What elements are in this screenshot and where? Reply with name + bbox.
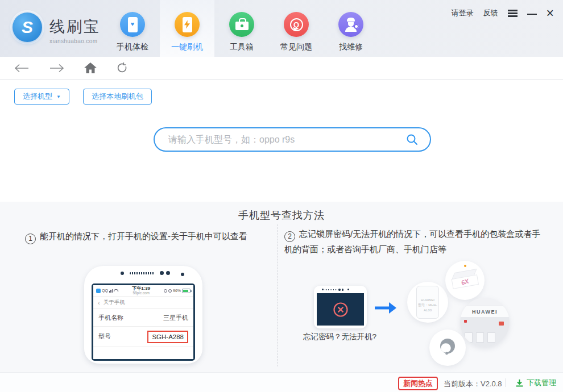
select-model-label: 选择机型 [23,91,52,102]
login-link[interactable]: 请登录 [452,8,474,18]
model-number-highlight: SGH-A288 [147,331,188,343]
tab-label: 工具箱 [230,42,254,52]
step-text: 忘记锁屏密码/无法开机的情况下，可以查看手机的包装盒或者手机的背面；或者咨询手机… [284,229,540,254]
settings-phone-illustration: QQ 下午1:39 58pic.com 96% [84,266,202,364]
back-button[interactable] [14,63,30,73]
row-label: 手机名称 [98,314,123,322]
box-dot [464,265,466,267]
tab-label: 手机体检 [117,42,148,52]
error-screen [317,293,364,326]
customer-service-photo [429,330,466,366]
phone-name-row: 手机名称 三星手机 [93,309,193,327]
camera-dot [121,272,124,275]
repairman-icon [338,12,363,37]
phone-back-card: HUAWEI 型号：MHA-AL00 [416,286,439,319]
step-number-badge: 2 [284,231,295,242]
sensor-dot [160,271,164,275]
step-number-badge: 1 [25,233,36,244]
tab-faq[interactable]: Q 常见问题 [269,0,324,57]
menu-icon[interactable] [508,10,518,17]
qq-label: QQ [102,289,108,293]
store-sign: HUAWEI [460,306,510,317]
model-search-box [154,127,431,152]
store-photo: HUAWEI [460,298,510,347]
news-hotspot-button[interactable]: 新闻热点 [398,377,438,390]
tab-find-repair[interactable]: 找维修 [324,0,378,57]
wifi-icon [114,289,118,292]
minimize-icon[interactable] [527,14,537,15]
guide-step-1: 1能开机的情况下，打开手机的设置-关于手机中可以查看 [25,229,275,244]
status-site: 58pic.com [118,291,164,295]
logo-icon: S [13,12,42,42]
tab-label: 常见问题 [280,42,312,52]
footer-divider [506,378,506,387]
about-phone-nav-row: ‹ 关于手机 [93,296,193,309]
guide-step-2: 2忘记锁屏密码/无法开机的情况下，可以查看手机的包装盒或者手机的背面；或者咨询手… [284,227,544,257]
version-label: 当前版本：V2.0.8 [444,379,502,389]
question-icon: Q [284,12,309,37]
download-icon [515,379,524,387]
locked-caption: 忘记密码？无法开机? [303,332,405,342]
location-icon [164,289,167,293]
phone-screen: QQ 下午1:39 58pic.com 96% [92,283,195,361]
speaker-bar [130,272,155,274]
app-logo: S 线刷宝 xianshuabao.com [13,12,101,44]
locked-phone-illustration [314,286,367,328]
feedback-link[interactable]: 反馈 [483,8,498,18]
retail-box-photo: 6X [445,261,485,300]
window-controls: 请登录 反馈 × [452,7,554,19]
forward-arrow-icon [49,63,65,73]
app-header: S 线刷宝 xianshuabao.com ♥ 手机体检 一键刷机 工具箱 [0,0,563,57]
download-manager-button[interactable]: 下载管理 [515,378,556,388]
tab-one-key-flash[interactable]: 一键刷机 [160,0,214,57]
search-icon[interactable] [406,134,419,146]
about-phone-title: 关于手机 [104,299,125,306]
brand-domain: xianshuabao.com [49,38,101,44]
box-shape: 6X [451,273,479,291]
select-model-button[interactable]: 选择机型 ▼ [14,89,69,105]
main-nav: ♥ 手机体检 一键刷机 工具箱 Q 常见问题 [105,0,378,57]
security-icon [168,289,172,293]
chevron-down-icon: ▼ [56,94,61,99]
tab-toolbox[interactable]: 工具箱 [214,0,269,57]
select-local-package-button[interactable]: 选择本地刷机包 [83,89,152,105]
signal-icon [109,289,113,293]
camera-dot [181,273,184,276]
back-card-brand: HUAWEI [417,298,438,303]
battery-percent: 96% [173,289,181,293]
brand-name: 线刷宝 [49,16,101,37]
refresh-icon [116,62,129,74]
select-local-package-label: 选择本地刷机包 [92,91,143,102]
box-model-label: 6X [460,277,469,286]
model-number-row: 型号 SGH-A288 [93,327,193,347]
status-bar: QQ 下午1:39 58pic.com 96% [93,285,193,296]
home-button[interactable] [84,62,97,73]
search-input[interactable] [155,135,406,145]
download-label: 下载管理 [527,378,556,388]
back-card-model: 型号：MHA-AL00 [417,303,438,313]
error-x-icon [332,301,349,318]
refresh-button[interactable] [116,62,129,74]
chevron-left-icon: ‹ [98,299,100,306]
phone-back-photo: HUAWEI 型号：MHA-AL00 [407,282,448,323]
arrow-right-icon [374,300,398,318]
status-bar-footer: 新闻热点 当前版本：V2.0.8 下载管理 [0,372,563,392]
support-agent-icon [436,336,459,359]
sensor-dot [166,271,170,275]
phone-heart-icon: ♥ [120,12,145,37]
qq-icon [96,289,101,293]
guide-title: 手机型号查找方法 [0,202,563,222]
model-lookup-guide: 手机型号查找方法 1能开机的情况下，打开手机的设置-关于手机中可以查看 2忘记锁… [0,202,563,372]
action-buttons: 选择机型 ▼ 选择本地刷机包 [14,89,152,105]
close-icon[interactable]: × [547,7,554,19]
toolbox-icon [229,12,254,37]
column-divider [277,224,278,366]
back-arrow-icon [14,63,30,73]
phone-flash-icon [175,12,200,37]
tab-phone-checkup[interactable]: ♥ 手机体检 [105,0,160,57]
row-label: 型号 [98,332,111,341]
step-text: 能开机的情况下，打开手机的设置-关于手机中可以查看 [40,231,247,241]
row-value: 三星手机 [163,314,188,322]
forward-button[interactable] [49,63,65,73]
store-front [460,317,510,347]
